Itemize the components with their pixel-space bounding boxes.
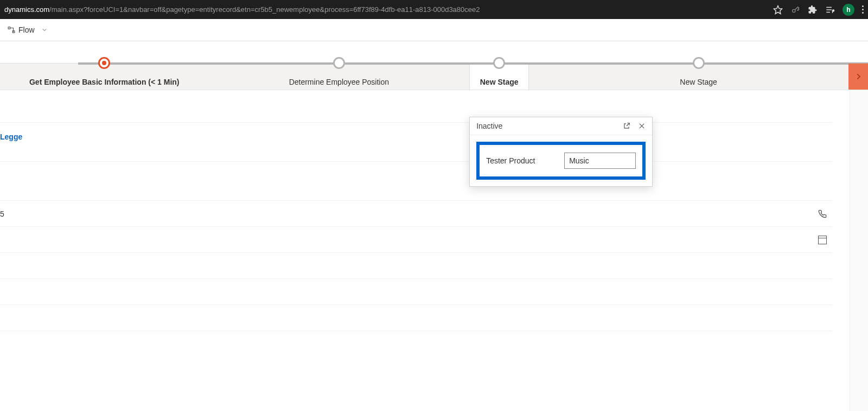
command-bar: Flow xyxy=(0,19,868,41)
stage-new-stage-4[interactable]: New Stage xyxy=(529,64,868,90)
form-row[interactable] xyxy=(0,279,832,305)
tester-product-input[interactable] xyxy=(564,153,636,169)
stage-connector xyxy=(478,62,698,65)
stage-flyout: Inactive Tester Product xyxy=(469,117,653,187)
flow-label: Flow xyxy=(18,26,35,34)
key-icon[interactable] xyxy=(790,5,800,15)
stage-label: New Stage xyxy=(680,78,717,86)
flyout-header: Inactive xyxy=(470,117,652,135)
svg-marker-0 xyxy=(774,5,782,14)
stage-bar: Get Employee Basic Information (< 1 Min)… xyxy=(0,63,868,90)
svg-point-1 xyxy=(793,9,795,12)
form-row[interactable] xyxy=(0,162,832,201)
tester-product-label: Tester Product xyxy=(486,156,557,165)
popout-icon[interactable] xyxy=(623,122,630,130)
browser-address-bar: dynamics.com/main.aspx?forceUCI=1&navbar… xyxy=(0,0,868,19)
flyout-body: Tester Product xyxy=(470,135,652,186)
form-row-link[interactable]: Legge xyxy=(0,123,832,162)
form-row[interactable] xyxy=(0,253,832,279)
form-row xyxy=(0,90,832,123)
stage-label: Determine Employee Position xyxy=(289,78,389,86)
avatar-letter: h xyxy=(846,6,850,14)
chevron-down-icon xyxy=(41,27,48,33)
stage-label: New Stage xyxy=(480,78,519,86)
form-row[interactable] xyxy=(0,305,832,331)
svg-rect-6 xyxy=(8,27,10,29)
extensions-puzzle-icon[interactable] xyxy=(808,5,818,15)
stage-get-employee-basic-info[interactable]: Get Employee Basic Information (< 1 Min) xyxy=(0,64,209,90)
flyout-status-label: Inactive xyxy=(476,122,502,130)
stage-determine-employee-position[interactable]: Determine Employee Position xyxy=(209,64,470,90)
browser-toolbar-icons: h xyxy=(773,4,864,16)
stage-circle-icon xyxy=(693,57,705,69)
stage-connector xyxy=(78,62,339,65)
playlist-icon[interactable] xyxy=(825,5,835,15)
form-row[interactable] xyxy=(0,331,832,383)
user-avatar[interactable]: h xyxy=(843,4,854,16)
phone-value: 5 xyxy=(0,210,4,218)
calendar-icon[interactable] xyxy=(818,236,827,244)
stage-circle-icon xyxy=(493,57,505,69)
record-form: Legge 5 xyxy=(0,90,868,383)
url-path: /main.aspx?forceUCI=1&navbar=off&pagetyp… xyxy=(49,5,480,14)
close-icon[interactable] xyxy=(638,122,646,130)
phone-icon[interactable] xyxy=(818,210,827,218)
form-row-date[interactable] xyxy=(0,227,832,253)
business-process-flow: Get Employee Basic Information (< 1 Min)… xyxy=(0,41,868,90)
form-row-phone[interactable]: 5 xyxy=(0,201,832,227)
stage-circle-icon xyxy=(333,57,345,69)
url-domain: dynamics.com xyxy=(4,5,49,14)
owner-link[interactable]: Legge xyxy=(0,132,22,141)
stage-new-stage-active[interactable]: New Stage Inactive xyxy=(469,64,529,90)
browser-url[interactable]: dynamics.com/main.aspx?forceUCI=1&navbar… xyxy=(4,5,762,14)
stage-circle-active-icon xyxy=(98,57,110,69)
browser-menu-kebab-icon[interactable] xyxy=(862,5,864,14)
flow-icon xyxy=(8,26,15,34)
stage-label: Get Employee Basic Information (< 1 Min) xyxy=(29,78,180,86)
flow-menu-button[interactable]: Flow xyxy=(3,23,52,36)
svg-point-5 xyxy=(833,10,834,11)
bookmark-star-icon[interactable] xyxy=(773,5,783,15)
next-stage-arrow-button[interactable] xyxy=(848,64,868,90)
highlighted-field-frame: Tester Product xyxy=(476,142,646,180)
stage-connector xyxy=(699,62,868,65)
